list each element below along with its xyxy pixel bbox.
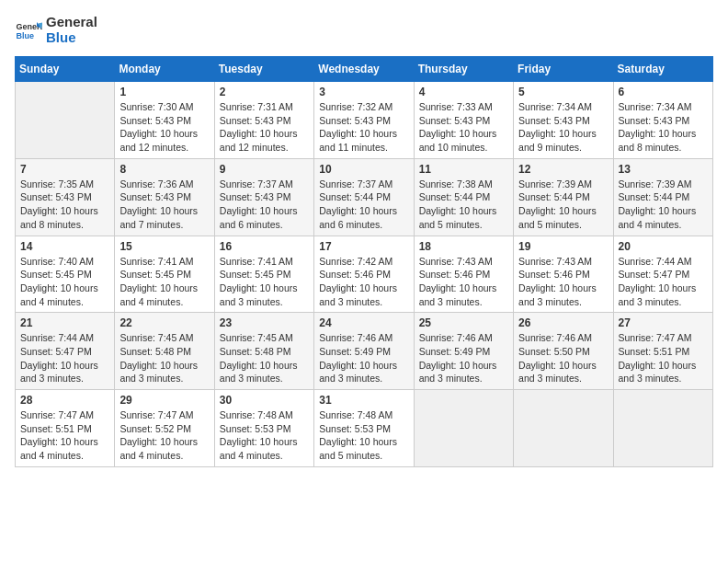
calendar-week-4: 21Sunrise: 7:44 AM Sunset: 5:47 PM Dayli… bbox=[16, 313, 713, 390]
calendar-cell: 5Sunrise: 7:34 AM Sunset: 5:43 PM Daylig… bbox=[514, 82, 613, 159]
day-info: Sunrise: 7:35 AM Sunset: 5:43 PM Dayligh… bbox=[20, 178, 109, 232]
day-info: Sunrise: 7:47 AM Sunset: 5:52 PM Dayligh… bbox=[119, 408, 209, 463]
calendar-week-1: 1Sunrise: 7:30 AM Sunset: 5:43 PM Daylig… bbox=[16, 82, 713, 159]
calendar-cell: 2Sunrise: 7:31 AM Sunset: 5:43 PM Daylig… bbox=[214, 82, 313, 159]
day-info: Sunrise: 7:43 AM Sunset: 5:46 PM Dayligh… bbox=[518, 255, 608, 309]
calendar-cell: 31Sunrise: 7:48 AM Sunset: 5:53 PM Dayli… bbox=[314, 390, 414, 467]
logo: General Blue General Blue bbox=[15, 15, 97, 45]
calendar-cell: 30Sunrise: 7:48 AM Sunset: 5:53 PM Dayli… bbox=[214, 390, 313, 467]
day-info: Sunrise: 7:37 AM Sunset: 5:44 PM Dayligh… bbox=[319, 178, 408, 232]
day-info: Sunrise: 7:42 AM Sunset: 5:46 PM Dayligh… bbox=[319, 255, 408, 309]
day-number: 26 bbox=[518, 316, 608, 329]
calendar-cell: 12Sunrise: 7:39 AM Sunset: 5:44 PM Dayli… bbox=[514, 158, 613, 236]
day-info: Sunrise: 7:48 AM Sunset: 5:53 PM Dayligh… bbox=[319, 408, 408, 463]
col-header-sunday: Sunday bbox=[16, 57, 115, 82]
day-number: 4 bbox=[419, 86, 508, 98]
calendar-cell: 27Sunrise: 7:47 AM Sunset: 5:51 PM Dayli… bbox=[613, 313, 712, 390]
calendar-cell: 1Sunrise: 7:30 AM Sunset: 5:43 PM Daylig… bbox=[115, 82, 214, 159]
day-info: Sunrise: 7:31 AM Sunset: 5:43 PM Dayligh… bbox=[220, 100, 309, 155]
calendar-cell: 22Sunrise: 7:45 AM Sunset: 5:48 PM Dayli… bbox=[115, 313, 214, 390]
day-number: 8 bbox=[119, 163, 209, 176]
day-number: 21 bbox=[20, 316, 109, 329]
calendar-cell: 17Sunrise: 7:42 AM Sunset: 5:46 PM Dayli… bbox=[314, 236, 414, 313]
calendar-cell: 14Sunrise: 7:40 AM Sunset: 5:45 PM Dayli… bbox=[16, 236, 115, 313]
day-info: Sunrise: 7:41 AM Sunset: 5:45 PM Dayligh… bbox=[220, 255, 309, 309]
day-number: 7 bbox=[20, 163, 109, 176]
logo-icon: General Blue bbox=[15, 17, 42, 44]
day-number: 30 bbox=[220, 394, 309, 407]
day-info: Sunrise: 7:45 AM Sunset: 5:48 PM Dayligh… bbox=[119, 331, 209, 385]
day-number: 12 bbox=[518, 163, 608, 176]
day-info: Sunrise: 7:38 AM Sunset: 5:44 PM Dayligh… bbox=[419, 178, 508, 232]
calendar-cell: 28Sunrise: 7:47 AM Sunset: 5:51 PM Dayli… bbox=[16, 390, 115, 467]
calendar-week-5: 28Sunrise: 7:47 AM Sunset: 5:51 PM Dayli… bbox=[16, 390, 713, 467]
day-number: 16 bbox=[220, 240, 309, 253]
col-header-saturday: Saturday bbox=[613, 57, 712, 82]
page-header: General Blue General Blue bbox=[15, 15, 713, 45]
day-number: 28 bbox=[20, 394, 109, 407]
day-info: Sunrise: 7:43 AM Sunset: 5:46 PM Dayligh… bbox=[419, 255, 508, 309]
calendar-cell: 16Sunrise: 7:41 AM Sunset: 5:45 PM Dayli… bbox=[214, 236, 313, 313]
day-info: Sunrise: 7:37 AM Sunset: 5:43 PM Dayligh… bbox=[220, 178, 309, 232]
calendar-cell: 3Sunrise: 7:32 AM Sunset: 5:43 PM Daylig… bbox=[314, 82, 414, 159]
day-number: 19 bbox=[518, 240, 608, 253]
day-number: 13 bbox=[619, 163, 708, 176]
day-number: 10 bbox=[319, 163, 408, 176]
calendar-cell: 19Sunrise: 7:43 AM Sunset: 5:46 PM Dayli… bbox=[514, 236, 613, 313]
day-number: 15 bbox=[119, 240, 209, 253]
header-row: SundayMondayTuesdayWednesdayThursdayFrid… bbox=[16, 57, 713, 82]
svg-text:Blue: Blue bbox=[17, 31, 35, 40]
day-number: 25 bbox=[419, 316, 508, 329]
day-number: 17 bbox=[319, 240, 408, 253]
day-number: 9 bbox=[220, 163, 309, 176]
day-info: Sunrise: 7:32 AM Sunset: 5:43 PM Dayligh… bbox=[319, 100, 408, 155]
day-number: 2 bbox=[220, 86, 309, 98]
day-number: 27 bbox=[619, 316, 708, 329]
day-number: 20 bbox=[619, 240, 708, 253]
col-header-tuesday: Tuesday bbox=[214, 57, 313, 82]
calendar-header: SundayMondayTuesdayWednesdayThursdayFrid… bbox=[16, 57, 713, 82]
calendar-week-3: 14Sunrise: 7:40 AM Sunset: 5:45 PM Dayli… bbox=[16, 236, 713, 313]
calendar-cell: 13Sunrise: 7:39 AM Sunset: 5:44 PM Dayli… bbox=[613, 158, 712, 236]
calendar-week-2: 7Sunrise: 7:35 AM Sunset: 5:43 PM Daylig… bbox=[16, 158, 713, 236]
calendar-cell bbox=[514, 390, 613, 467]
day-info: Sunrise: 7:40 AM Sunset: 5:45 PM Dayligh… bbox=[20, 255, 109, 309]
day-info: Sunrise: 7:41 AM Sunset: 5:45 PM Dayligh… bbox=[119, 255, 209, 309]
calendar-cell: 23Sunrise: 7:45 AM Sunset: 5:48 PM Dayli… bbox=[214, 313, 313, 390]
col-header-thursday: Thursday bbox=[414, 57, 513, 82]
calendar-cell: 11Sunrise: 7:38 AM Sunset: 5:44 PM Dayli… bbox=[414, 158, 513, 236]
day-info: Sunrise: 7:30 AM Sunset: 5:43 PM Dayligh… bbox=[119, 100, 209, 155]
day-info: Sunrise: 7:44 AM Sunset: 5:47 PM Dayligh… bbox=[619, 255, 708, 309]
col-header-friday: Friday bbox=[514, 57, 613, 82]
day-info: Sunrise: 7:47 AM Sunset: 5:51 PM Dayligh… bbox=[619, 331, 708, 385]
calendar-cell bbox=[16, 82, 115, 159]
col-header-monday: Monday bbox=[115, 57, 214, 82]
day-number: 6 bbox=[619, 86, 708, 98]
day-number: 11 bbox=[419, 163, 508, 176]
calendar-cell: 20Sunrise: 7:44 AM Sunset: 5:47 PM Dayli… bbox=[613, 236, 712, 313]
calendar-cell: 6Sunrise: 7:34 AM Sunset: 5:43 PM Daylig… bbox=[613, 82, 712, 159]
calendar-cell: 7Sunrise: 7:35 AM Sunset: 5:43 PM Daylig… bbox=[16, 158, 115, 236]
calendar-table: SundayMondayTuesdayWednesdayThursdayFrid… bbox=[15, 56, 713, 467]
calendar-cell: 4Sunrise: 7:33 AM Sunset: 5:43 PM Daylig… bbox=[414, 82, 513, 159]
day-number: 18 bbox=[419, 240, 508, 253]
calendar-cell: 10Sunrise: 7:37 AM Sunset: 5:44 PM Dayli… bbox=[314, 158, 414, 236]
day-number: 24 bbox=[319, 316, 408, 329]
calendar-cell: 18Sunrise: 7:43 AM Sunset: 5:46 PM Dayli… bbox=[414, 236, 513, 313]
day-number: 5 bbox=[518, 86, 608, 98]
calendar-cell bbox=[613, 390, 712, 467]
day-number: 14 bbox=[20, 240, 109, 253]
day-info: Sunrise: 7:46 AM Sunset: 5:49 PM Dayligh… bbox=[419, 331, 508, 385]
day-info: Sunrise: 7:48 AM Sunset: 5:53 PM Dayligh… bbox=[220, 408, 309, 463]
day-info: Sunrise: 7:36 AM Sunset: 5:43 PM Dayligh… bbox=[119, 178, 209, 232]
calendar-cell bbox=[414, 390, 513, 467]
calendar-cell: 29Sunrise: 7:47 AM Sunset: 5:52 PM Dayli… bbox=[115, 390, 214, 467]
calendar-cell: 26Sunrise: 7:46 AM Sunset: 5:50 PM Dayli… bbox=[514, 313, 613, 390]
calendar-cell: 15Sunrise: 7:41 AM Sunset: 5:45 PM Dayli… bbox=[115, 236, 214, 313]
day-number: 1 bbox=[119, 86, 209, 98]
day-info: Sunrise: 7:33 AM Sunset: 5:43 PM Dayligh… bbox=[419, 100, 508, 155]
day-info: Sunrise: 7:39 AM Sunset: 5:44 PM Dayligh… bbox=[518, 178, 608, 232]
day-info: Sunrise: 7:39 AM Sunset: 5:44 PM Dayligh… bbox=[619, 178, 708, 232]
day-info: Sunrise: 7:46 AM Sunset: 5:50 PM Dayligh… bbox=[518, 331, 608, 385]
logo-blue-text: Blue bbox=[46, 30, 97, 46]
